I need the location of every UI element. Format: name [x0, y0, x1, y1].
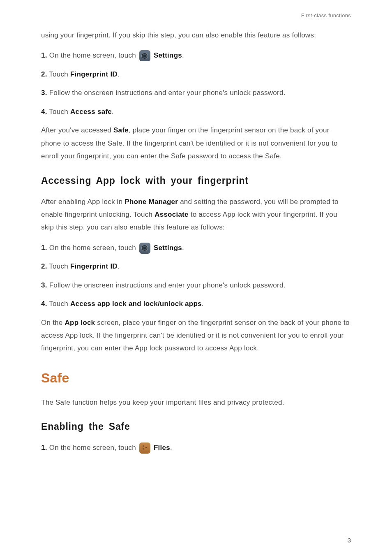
- step-b-4: 4. Touch Access app lock and lock/unlock…: [41, 297, 351, 310]
- after-a-paragraph: After you've accessed Safe, place your f…: [41, 124, 351, 162]
- step-number: 4.: [41, 300, 47, 308]
- step-a-1: 1. On the home screen, touch Settings.: [41, 49, 351, 62]
- step-text: On the home screen, touch: [47, 51, 138, 59]
- step-number: 2.: [41, 70, 47, 78]
- step-tail: .: [118, 262, 120, 270]
- step-b-2: 2. Touch Fingerprint ID.: [41, 260, 351, 273]
- step-text: Touch: [47, 300, 70, 308]
- heading-enabling-safe: Enabling the Safe: [41, 421, 351, 432]
- step-number: 4.: [41, 108, 47, 116]
- settings-icon: [139, 243, 150, 254]
- page-content: using your fingerprint. If you skip this…: [41, 29, 351, 454]
- step-number: 1.: [41, 444, 47, 452]
- step-text: On the home screen, touch: [47, 444, 138, 452]
- para-bold: Associate: [154, 211, 189, 218]
- step-a-4: 4. Touch Access safe.: [41, 105, 351, 118]
- files-icon: [139, 442, 150, 454]
- safe-intro: The Safe function helps you keep your im…: [41, 396, 351, 409]
- settings-icon: [139, 50, 150, 61]
- step-a-2: 2. Touch Fingerprint ID.: [41, 68, 351, 81]
- para-text: After enabling App lock in: [41, 198, 125, 206]
- step-tail: .: [112, 108, 114, 116]
- step-text: Follow the onscreen instructions and ent…: [47, 89, 286, 97]
- step-a-3: 3. Follow the onscreen instructions and …: [41, 86, 351, 99]
- step-text: Touch: [47, 108, 70, 116]
- step-bold: Fingerprint ID: [70, 70, 118, 78]
- heading-safe: Safe: [41, 371, 351, 386]
- step-text: On the home screen, touch: [47, 244, 138, 252]
- step-number: 3.: [41, 89, 47, 97]
- intro-paragraph: using your fingerprint. If you skip this…: [41, 29, 351, 42]
- step-tail: .: [170, 444, 172, 452]
- step-bold: Access safe: [70, 108, 112, 116]
- page-number: 3: [348, 537, 351, 544]
- para-bold: Safe: [113, 126, 129, 134]
- step-b-1: 1. On the home screen, touch Settings.: [41, 241, 351, 254]
- step-bold: Fingerprint ID: [70, 262, 118, 270]
- para-bold: App lock: [65, 319, 95, 327]
- intro-b-paragraph: After enabling App lock in Phone Manager…: [41, 195, 351, 234]
- after-b-paragraph: On the App lock screen, place your finge…: [41, 316, 351, 355]
- step-number: 1.: [41, 244, 47, 252]
- para-bold: Phone Manager: [125, 198, 178, 206]
- section-header-label: First-class functions: [301, 12, 351, 19]
- step-tail: .: [182, 244, 184, 252]
- step-bold: Settings: [154, 51, 182, 59]
- step-tail: .: [118, 70, 120, 78]
- safe-step-1: 1. On the home screen, touch Files.: [41, 441, 351, 454]
- heading-accessing-app-lock: Accessing App lock with your fingerprint: [41, 175, 351, 186]
- step-text: Touch: [47, 262, 70, 270]
- step-b-3: 3. Follow the onscreen instructions and …: [41, 279, 351, 292]
- step-text: Follow the onscreen instructions and ent…: [47, 281, 286, 289]
- para-text: After you've accessed: [41, 126, 113, 134]
- step-bold: Settings: [154, 244, 182, 252]
- step-text: Touch: [47, 70, 70, 78]
- step-number: 1.: [41, 51, 47, 59]
- para-text: On the: [41, 319, 65, 327]
- step-number: 2.: [41, 262, 47, 270]
- step-tail: .: [202, 300, 204, 308]
- step-bold: Files: [154, 444, 170, 452]
- step-tail: .: [182, 51, 184, 59]
- step-bold: Access app lock and lock/unlock apps: [70, 300, 202, 308]
- step-number: 3.: [41, 281, 47, 289]
